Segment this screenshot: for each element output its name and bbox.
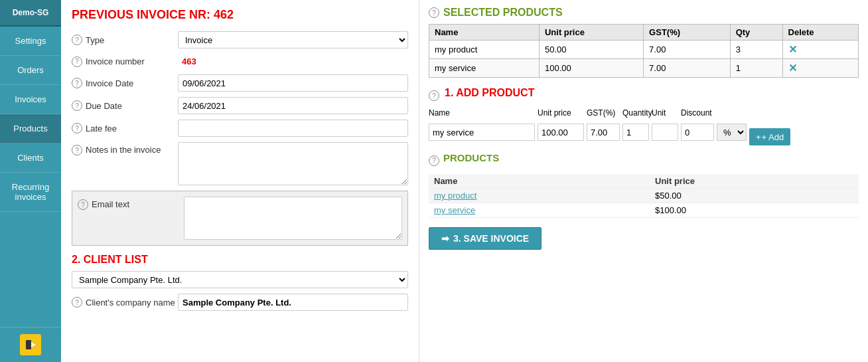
sp-delete[interactable]: ✕ bbox=[782, 59, 858, 78]
product-name-link[interactable]: my product bbox=[434, 191, 476, 201]
products-list-table: Name Unit price my product $50.00 my ser… bbox=[429, 174, 859, 218]
products-list-help-icon[interactable]: ? bbox=[429, 155, 439, 166]
pl-name[interactable]: my product bbox=[429, 189, 650, 203]
late-fee-label: ? Late fee bbox=[72, 123, 178, 134]
invoice-number-value: 463 bbox=[178, 54, 200, 69]
email-row: ? Email text bbox=[78, 197, 402, 240]
sp-price: 100.00 bbox=[539, 59, 643, 78]
add-product-labels-row: Name Unit price GST(%) Quantity Unit Dis… bbox=[429, 108, 859, 118]
selected-product-row: my service 100.00 7.00 1 ✕ bbox=[429, 59, 859, 78]
late-fee-input[interactable] bbox=[178, 120, 408, 137]
main-content: PREVIOUS INVOICE NR: 462 ? Type Invoice … bbox=[61, 0, 868, 362]
company-name-input[interactable] bbox=[178, 294, 408, 311]
client-dropdown[interactable]: Sample Company Pte. Ltd. bbox=[72, 271, 408, 288]
late-fee-row: ? Late fee bbox=[72, 120, 408, 137]
label-unit: Unit bbox=[652, 108, 678, 118]
pl-name[interactable]: my service bbox=[429, 203, 650, 218]
sidebar: Demo-SG Settings Orders Invoices Product… bbox=[0, 0, 61, 362]
invoice-number-help-icon[interactable]: ? bbox=[72, 56, 82, 67]
products-list-title: PRODUCTS bbox=[443, 152, 499, 163]
product-name-link[interactable]: my service bbox=[434, 205, 475, 215]
product-list-row: my product $50.00 bbox=[429, 189, 859, 203]
selected-products-title: SELECTED PRODUCTS bbox=[443, 7, 563, 19]
sp-gst: 7.00 bbox=[644, 59, 731, 78]
type-label: ? Type bbox=[72, 35, 178, 45]
add-gst-input[interactable] bbox=[587, 124, 620, 141]
type-select[interactable]: Invoice bbox=[178, 31, 408, 48]
due-date-help-icon[interactable]: ? bbox=[72, 100, 82, 111]
selected-products-help-icon[interactable]: ? bbox=[429, 7, 439, 18]
sidebar-item-settings[interactable]: Settings bbox=[0, 27, 61, 56]
email-label: ? Email text bbox=[78, 197, 184, 210]
add-unit-input[interactable] bbox=[652, 124, 678, 141]
email-section: ? Email text bbox=[72, 191, 408, 246]
due-date-input[interactable] bbox=[178, 97, 408, 114]
company-name-row: ? Client's company name bbox=[72, 294, 408, 311]
add-product-help-icon[interactable]: ? bbox=[429, 90, 439, 101]
email-help-icon[interactable]: ? bbox=[78, 199, 88, 210]
notes-textarea[interactable] bbox=[178, 142, 408, 185]
sidebar-item-invoices[interactable]: Invoices bbox=[0, 85, 61, 114]
sp-name: my service bbox=[429, 59, 540, 78]
selected-products-header: ? SELECTED PRODUCTS bbox=[429, 7, 859, 19]
svg-rect-0 bbox=[26, 340, 31, 349]
sidebar-item-products[interactable]: Products bbox=[0, 114, 61, 143]
type-help-icon[interactable]: ? bbox=[72, 35, 82, 45]
col-qty: Qty bbox=[730, 25, 782, 41]
pl-price: $50.00 bbox=[650, 189, 859, 203]
save-invoice-button[interactable]: ➡ 3. SAVE INVOICE bbox=[429, 227, 542, 250]
add-qty-input[interactable] bbox=[622, 124, 649, 141]
client-list-title: 2. CLIENT LIST bbox=[72, 254, 408, 266]
col-gst: GST(%) bbox=[644, 25, 731, 41]
client-dropdown-row: Sample Company Pte. Ltd. bbox=[72, 271, 408, 288]
invoice-number-row: ? Invoice number 463 bbox=[72, 54, 408, 69]
notes-help-icon[interactable]: ? bbox=[72, 145, 82, 155]
add-discount-input[interactable] bbox=[681, 124, 714, 141]
company-name-help-icon[interactable]: ? bbox=[72, 297, 82, 308]
sp-price: 50.00 bbox=[539, 41, 643, 59]
pl-col-name: Name bbox=[429, 174, 650, 189]
selected-product-row: my product 50.00 7.00 3 ✕ bbox=[429, 41, 859, 59]
due-date-label: ? Due Date bbox=[72, 100, 178, 111]
sidebar-item-clients[interactable]: Clients bbox=[0, 143, 61, 173]
add-price-input[interactable] bbox=[538, 124, 584, 141]
email-textarea[interactable] bbox=[184, 197, 402, 240]
notes-label: ? Notes in the invoice bbox=[72, 142, 178, 155]
page-title: PREVIOUS INVOICE NR: 462 bbox=[72, 8, 408, 22]
pl-price: $100.00 bbox=[650, 203, 859, 218]
sp-qty: 3 bbox=[730, 41, 782, 59]
due-date-row: ? Due Date bbox=[72, 97, 408, 114]
sidebar-item-recurring[interactable]: Recurring invoices bbox=[0, 173, 61, 212]
right-panel: ? SELECTED PRODUCTS Name Unit price GST(… bbox=[419, 0, 868, 362]
sidebar-item-orders[interactable]: Orders bbox=[0, 56, 61, 85]
logout-button[interactable] bbox=[20, 334, 41, 355]
label-quantity: Quantity bbox=[622, 108, 649, 118]
add-product-title: 1. ADD PRODUCT bbox=[445, 87, 534, 99]
invoice-date-input[interactable] bbox=[178, 74, 408, 92]
sp-qty: 1 bbox=[730, 59, 782, 78]
label-gst: GST(%) bbox=[587, 108, 620, 118]
add-product-header: ? 1. ADD PRODUCT bbox=[429, 87, 859, 104]
late-fee-help-icon[interactable]: ? bbox=[72, 123, 82, 134]
sidebar-bottom bbox=[0, 327, 61, 362]
product-list-row: my service $100.00 bbox=[429, 203, 859, 218]
sp-gst: 7.00 bbox=[644, 41, 731, 59]
add-name-input[interactable] bbox=[429, 124, 535, 141]
app-name: Demo-SG bbox=[0, 0, 61, 27]
add-discount-pct-select[interactable]: % $ bbox=[717, 124, 747, 141]
delete-icon[interactable]: ✕ bbox=[788, 44, 797, 55]
type-row: ? Type Invoice bbox=[72, 31, 408, 48]
invoice-date-help-icon[interactable]: ? bbox=[72, 78, 82, 88]
col-unit-price: Unit price bbox=[539, 25, 643, 41]
notes-row: ? Notes in the invoice bbox=[72, 142, 408, 185]
invoice-date-label: ? Invoice Date bbox=[72, 78, 178, 88]
label-discount: Discount bbox=[681, 108, 754, 118]
add-product-button[interactable]: + + Add bbox=[749, 128, 790, 145]
delete-icon[interactable]: ✕ bbox=[788, 62, 797, 74]
save-button-label: 3. SAVE INVOICE bbox=[453, 233, 529, 244]
company-name-label: ? Client's company name bbox=[72, 297, 178, 308]
products-list-header: ? PRODUCTS bbox=[429, 152, 859, 169]
sp-delete[interactable]: ✕ bbox=[782, 41, 858, 59]
left-panel: PREVIOUS INVOICE NR: 462 ? Type Invoice … bbox=[61, 0, 419, 362]
add-plus-icon: + bbox=[756, 132, 761, 142]
